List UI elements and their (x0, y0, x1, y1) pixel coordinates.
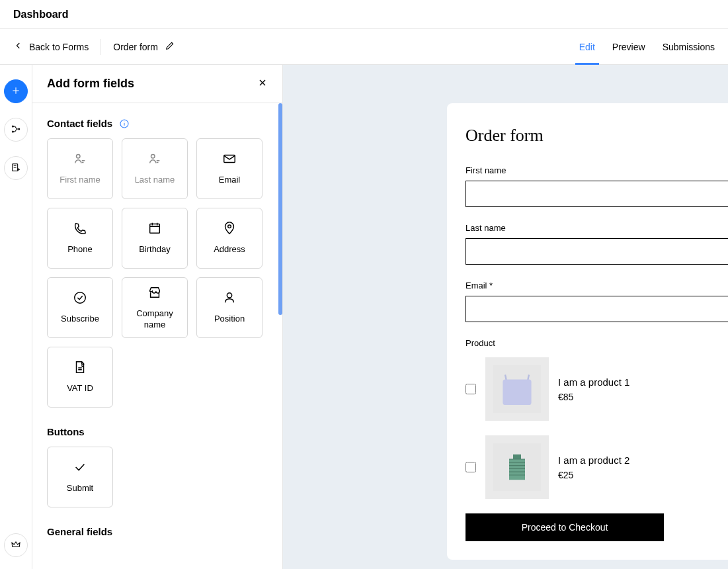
field-email[interactable]: Email (196, 138, 263, 199)
store-icon (147, 285, 162, 302)
pin-icon (222, 221, 237, 238)
scrollbar[interactable] (278, 103, 282, 315)
field-label: Email (219, 175, 241, 185)
back-label: Back to Forms (29, 42, 89, 52)
svg-point-9 (228, 225, 231, 228)
product-section-label: Product (465, 338, 728, 348)
pencil-icon (165, 40, 175, 53)
email-label: Email * (465, 281, 728, 290)
form-add-icon (11, 162, 21, 175)
tab-edit[interactable]: Edit (579, 29, 595, 64)
field-label: Company name (126, 308, 183, 330)
first-name-input[interactable] (465, 181, 728, 207)
field-first-name[interactable]: First name (47, 138, 113, 199)
first-name-label: First name (465, 165, 728, 175)
crown-icon (11, 539, 21, 552)
form-field-first-name[interactable]: First name (465, 165, 728, 207)
page-title: Dashboard (13, 9, 69, 21)
form-preview[interactable]: Order form First name Last name Email * … (447, 103, 728, 560)
last-name-input[interactable] (465, 238, 728, 265)
product-name: I am a product 2 (558, 455, 629, 466)
divider (101, 39, 101, 55)
svg-point-10 (75, 292, 86, 304)
phone-icon (73, 221, 87, 238)
person-text-icon (147, 152, 162, 168)
field-subscribe[interactable]: Subscribe (47, 277, 113, 338)
field-birthday[interactable]: Birthday (122, 208, 188, 269)
invoice-icon (73, 360, 87, 376)
section-contact-fields: Contact fields (47, 118, 268, 129)
product-thumb (485, 435, 549, 499)
section-title-text: General fields (47, 526, 112, 537)
info-icon[interactable] (119, 118, 130, 129)
field-label: Birthday (139, 244, 171, 255)
field-position[interactable]: Position (196, 277, 263, 338)
svg-point-2 (19, 128, 20, 130)
form-title: Order form (465, 126, 728, 146)
form-name-text: Order form (113, 42, 158, 52)
form-field-last-name[interactable]: Last name (465, 223, 728, 265)
checkmark-icon (73, 460, 87, 476)
form-canvas[interactable]: Order form First name Last name Email * … (283, 65, 728, 569)
section-buttons: Buttons (47, 426, 268, 437)
svg-rect-13 (503, 380, 531, 405)
product-row[interactable]: I am a product 2 €25 (465, 435, 728, 499)
panel-header: Add form fields (32, 65, 282, 103)
section-title-text: Contact fields (47, 118, 112, 129)
main-content: Add form fields Contact fields (0, 65, 728, 569)
field-vat[interactable]: VAT ID (47, 347, 113, 408)
fields-panel: Add form fields Contact fields (32, 65, 283, 569)
envelope-icon (222, 152, 237, 168)
tab-submissions[interactable]: Submissions (663, 29, 715, 64)
back-to-forms-link[interactable]: Back to Forms (13, 40, 89, 53)
layout-button[interactable] (4, 156, 28, 180)
person-icon (222, 290, 237, 307)
field-last-name[interactable]: Last name (122, 138, 188, 199)
svg-rect-7 (224, 155, 235, 163)
last-name-label: Last name (465, 223, 728, 233)
tabs: Edit Preview Submissions (579, 29, 715, 64)
product-checkbox[interactable] (465, 462, 476, 472)
product-price: €85 (558, 392, 629, 402)
checkout-button[interactable]: Proceed to Checkout (465, 513, 664, 541)
section-general-fields: General fields (47, 526, 268, 537)
upgrade-button[interactable] (4, 533, 28, 557)
plus-icon (11, 85, 21, 98)
section-title-text: Buttons (47, 426, 85, 437)
product-info: I am a product 1 €85 (558, 376, 629, 402)
field-company[interactable]: Company name (122, 277, 188, 338)
field-label: Last name (135, 175, 175, 185)
left-rail (0, 65, 32, 569)
person-text-icon (73, 152, 87, 168)
field-label: VAT ID (67, 383, 93, 394)
form-name-edit[interactable]: Order form (113, 40, 175, 53)
field-address[interactable]: Address (196, 208, 263, 269)
field-label: Submit (67, 483, 93, 494)
dashboard-header: Dashboard (0, 0, 728, 29)
arrow-left-icon (13, 40, 24, 53)
email-input[interactable] (465, 296, 728, 322)
field-label: Position (214, 314, 245, 324)
panel-body: Contact fields First name (32, 103, 282, 569)
panel-title: Add form fields (47, 77, 134, 91)
rules-button[interactable] (4, 118, 28, 142)
buttons-grid: Submit (47, 447, 268, 507)
product-row[interactable]: I am a product 1 €85 (465, 357, 728, 421)
product-info: I am a product 2 €25 (558, 455, 629, 480)
tab-preview[interactable]: Preview (612, 29, 645, 64)
branch-icon (11, 124, 21, 136)
contact-fields-grid: First name Last name Email (47, 138, 268, 408)
product-checkbox[interactable] (465, 384, 476, 394)
close-icon[interactable] (257, 77, 268, 90)
field-phone[interactable]: Phone (47, 208, 113, 269)
product-price: €25 (558, 470, 629, 480)
svg-rect-8 (150, 224, 160, 234)
form-field-email[interactable]: Email * (465, 281, 728, 322)
add-button[interactable] (4, 79, 28, 103)
svg-point-11 (227, 293, 231, 298)
field-submit[interactable]: Submit (47, 447, 113, 507)
calendar-icon (147, 221, 162, 238)
subheader: Back to Forms Order form Edit Preview Su… (0, 29, 728, 65)
field-label: Phone (67, 244, 93, 255)
product-name: I am a product 1 (558, 376, 629, 388)
